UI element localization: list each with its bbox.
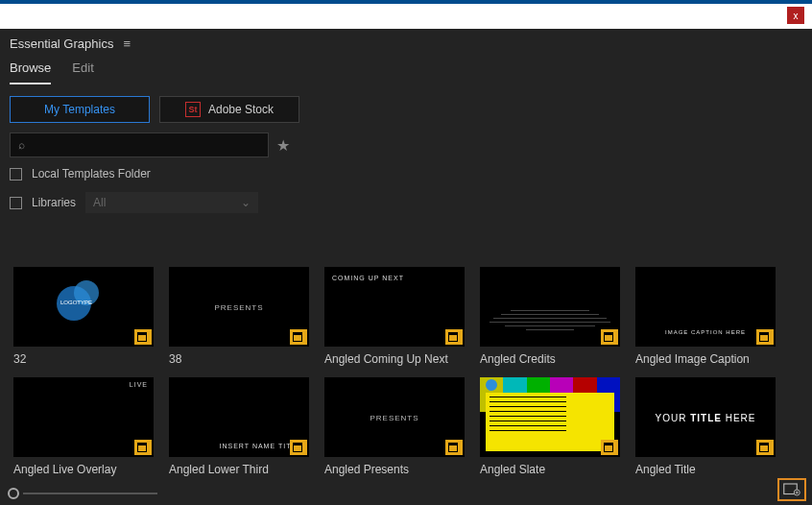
libraries-label: Libraries <box>32 196 76 209</box>
mogrt-badge-icon <box>601 440 618 455</box>
thumb-text: IMAGE CAPTION HERE <box>635 329 776 335</box>
template-thumbnail: IMAGE CAPTION HERE <box>635 267 776 347</box>
zoom-track[interactable] <box>23 493 157 494</box>
thumb-text: PRESENTS <box>169 302 309 311</box>
mogrt-badge-icon <box>445 440 463 455</box>
template-item[interactable]: YOUR TITLE HERE Angled Title <box>635 377 776 476</box>
tab-browse[interactable]: Browse <box>10 60 51 84</box>
libraries-select-value: All <box>93 196 106 209</box>
filter-local-templates: Local Templates Folder <box>10 167 802 180</box>
thumbnail-zoom-slider[interactable] <box>8 488 157 499</box>
template-thumbnail: COMING UP NEXT <box>324 267 465 347</box>
chevron-down-icon: ⌄ <box>241 196 251 209</box>
template-item[interactable]: LIVE Angled Live Overlay <box>13 377 154 476</box>
template-item[interactable]: COMING UP NEXT Angled Coming Up Next <box>324 267 465 366</box>
adobe-stock-label: Adobe Stock <box>208 103 274 116</box>
template-label: Angled Image Caption <box>635 347 776 366</box>
local-templates-checkbox[interactable] <box>10 168 22 180</box>
template-item[interactable]: IMAGE CAPTION HERE Angled Image Caption <box>635 267 776 366</box>
credits-lines <box>490 307 610 333</box>
source-buttons: My Templates St Adobe Stock <box>0 84 812 132</box>
search-row: ⌕ ★ <box>0 132 812 157</box>
template-label: Angled Credits <box>480 347 620 366</box>
template-label: Angled Presents <box>324 457 465 476</box>
thumb-text: PRESENTS <box>324 413 465 421</box>
favorites-filter-icon[interactable]: ★ <box>276 136 290 155</box>
mogrt-badge-icon <box>601 329 618 345</box>
template-thumbnail: PRESENTS <box>324 377 465 457</box>
template-thumbnail: LOGOTYPE <box>13 267 154 347</box>
mogrt-badge-icon <box>756 329 774 345</box>
templates-grid-scroll[interactable]: LOGOTYPE 32 PRESENTS 38 COMING UP NEXT A… <box>0 267 812 482</box>
my-templates-button[interactable]: My Templates <box>10 96 150 123</box>
zoom-knob[interactable] <box>8 488 19 499</box>
libraries-select[interactable]: All ⌄ <box>85 192 258 213</box>
template-item[interactable]: PRESENTS Angled Presents <box>324 377 465 476</box>
thumb-text: COMING UP NEXT <box>332 275 404 281</box>
template-item[interactable]: LOGOTYPE 32 <box>13 267 154 366</box>
template-thumbnail: LIVE <box>13 377 154 457</box>
mogrt-badge-icon <box>290 440 307 455</box>
template-thumbnail: YOUR TITLE HERE <box>635 377 776 457</box>
template-thumbnail <box>480 377 620 457</box>
mogrt-badge-icon <box>756 440 774 455</box>
template-label: 38 <box>169 347 309 366</box>
mogrt-badge-icon <box>134 329 152 345</box>
panel-menu-icon[interactable]: ≡ <box>123 36 131 51</box>
template-thumbnail: PRESENTS <box>169 267 309 347</box>
adobe-stock-button[interactable]: St Adobe Stock <box>159 96 299 123</box>
search-box[interactable]: ⌕ <box>10 132 269 157</box>
essential-graphics-panel: Essential Graphics ≡ Browse Edit My Temp… <box>0 29 812 505</box>
panel-header: Essential Graphics ≡ <box>0 29 812 57</box>
template-label: Angled Lower Third <box>169 457 309 476</box>
thumb-text: LIVE <box>130 381 148 388</box>
panel-title: Essential Graphics <box>10 36 113 51</box>
search-icon: ⌕ <box>18 138 25 152</box>
mogrt-badge-icon <box>134 440 152 455</box>
filters: Local Templates Folder Libraries All ⌄ <box>0 157 812 230</box>
template-label: Angled Coming Up Next <box>324 347 465 366</box>
libraries-checkbox[interactable] <box>10 197 22 209</box>
templates-grid: LOGOTYPE 32 PRESENTS 38 COMING UP NEXT A… <box>13 267 799 482</box>
panel-tabs: Browse Edit <box>0 57 812 84</box>
mogrt-badge-icon <box>290 329 307 345</box>
template-label: Angled Slate <box>480 457 620 476</box>
new-item-button[interactable] <box>777 478 806 501</box>
tab-edit[interactable]: Edit <box>72 60 93 84</box>
template-thumbnail <box>480 267 620 347</box>
thumb-text: YOUR TITLE HERE <box>635 412 776 422</box>
new-document-icon <box>783 483 800 496</box>
template-label: Angled Title <box>635 457 776 476</box>
local-templates-label: Local Templates Folder <box>32 167 151 180</box>
adobe-stock-icon: St <box>185 102 201 117</box>
template-label: Angled Live Overlay <box>13 457 154 476</box>
template-item[interactable]: INSERT NAME TITLE Angled Lower Third <box>169 377 309 476</box>
template-label: 32 <box>13 347 154 366</box>
titlebar: x <box>0 0 812 29</box>
search-input[interactable] <box>25 138 260 152</box>
window-close-button[interactable]: x <box>787 7 804 24</box>
template-thumbnail: INSERT NAME TITLE <box>169 377 309 457</box>
template-item[interactable]: PRESENTS 38 <box>169 267 309 366</box>
mogrt-badge-icon <box>445 329 463 345</box>
template-item[interactable]: Angled Slate <box>480 377 620 476</box>
filter-libraries: Libraries All ⌄ <box>10 192 802 213</box>
template-item[interactable]: Angled Credits <box>480 267 620 366</box>
